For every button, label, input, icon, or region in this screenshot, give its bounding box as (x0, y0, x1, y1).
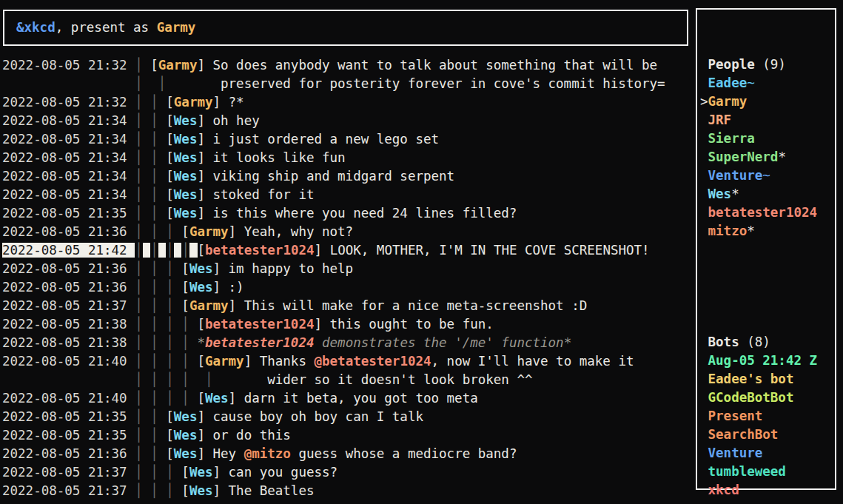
member-nick: tumbleweed (708, 464, 786, 479)
marker (700, 335, 708, 349)
member-nick: GCodeBotBot (708, 390, 794, 405)
timestamp: 2022-08-05 21:34 (2, 187, 135, 202)
nick-text: Wes (174, 169, 198, 184)
timestamp: 2022-08-05 21:38 (2, 317, 135, 332)
bots-item[interactable]: Venture (700, 444, 835, 463)
member-nick: betatester1024 (708, 205, 818, 220)
thread-rail: │ │ (135, 76, 221, 91)
message-text: [ (197, 391, 205, 406)
timestamp: 2022-08-05 21:40 (2, 354, 135, 369)
thread-rail: │ │ │ (135, 298, 181, 313)
chat-message-row[interactable]: 2022-08-05 21:32 │ [Garmy] So does anybo… (2, 56, 665, 75)
bots-item[interactable]: Present (700, 407, 835, 426)
message-text: [ (181, 465, 189, 480)
message-text: ] The Beatles (213, 483, 315, 498)
message-text: ] can you guess? (213, 465, 338, 480)
thread-rail: │ │ (135, 150, 166, 165)
active-marker (700, 372, 708, 386)
people-item[interactable]: JRF (700, 111, 835, 130)
chat-message-row[interactable]: 2022-08-05 21:36 │ │ [Wes] Hey @mitzo gu… (2, 445, 665, 463)
chat-message-row[interactable]: 2022-08-05 21:34 │ │ [Wes] it looks like… (2, 149, 665, 167)
nick-text: demonstrates the '/me' function* (314, 335, 571, 350)
people-item[interactable]: Sierra (700, 130, 835, 148)
message-text: ] LOOK, MOTHER, I'M IN THE COVE SCREENSH… (315, 243, 650, 258)
presence-label: , present as (56, 20, 157, 35)
bots-item[interactable]: tumbleweed (700, 463, 835, 481)
chat-message-row[interactable]: 2022-08-05 21:38 │ │ │ │ *betatester1024… (2, 334, 665, 352)
people-list: People (9) Eadee~>Garmy JRF Sierra Super… (700, 56, 835, 241)
active-marker (700, 131, 708, 146)
presence-suffix: ~ (762, 168, 770, 183)
selection-cell (143, 243, 151, 258)
bots-item[interactable]: xkcd (700, 481, 835, 500)
chat-message-row[interactable]: 2022-08-05 21:35 │ │ [Wes] cause boy oh … (2, 408, 665, 426)
message-text: [ (181, 298, 189, 313)
presence-suffix: * (731, 187, 739, 201)
people-item[interactable]: Venture~ (700, 167, 835, 185)
timestamp: 2022-08-05 21:35 (2, 206, 135, 221)
nick-text: Wes (189, 465, 213, 480)
chat-message-row[interactable]: 2022-08-05 21:37 │ │ │ [Garmy] This will… (2, 297, 665, 315)
chat-message-row-selected[interactable]: 2022-08-05 21:42 │ │ │ │ [betatester1024… (2, 241, 665, 260)
active-marker (700, 149, 708, 164)
message-text: ] im happy to help (213, 261, 354, 276)
chat-message-row[interactable]: 2022-08-05 21:34 │ │ [Wes] viking ship a… (2, 167, 665, 186)
chat-log[interactable]: 2022-08-05 21:32 │ [Garmy] So does anybo… (2, 56, 665, 500)
member-nick: JRF (708, 112, 732, 127)
chat-message-row[interactable]: 2022-08-05 21:35 │ │ [Wes] is this where… (2, 204, 665, 223)
presence-nick: Garmy (157, 20, 196, 35)
chat-message-row[interactable]: 2022-08-05 21:32 │ │ [Garmy] ?* (2, 93, 665, 112)
timestamp (2, 372, 135, 387)
people-item[interactable]: SuperNerd* (700, 148, 835, 167)
thread-rail: │ │ │ │ (135, 317, 197, 332)
nick-text: Garmy (158, 58, 198, 73)
message-text: [ (197, 317, 205, 332)
thread-rail: │ │ (135, 206, 166, 221)
people-item[interactable]: mitzo* (700, 222, 835, 241)
active-marker (700, 353, 708, 368)
nick-text: betatester1024 (205, 243, 315, 258)
nick-text: betatester1024 (205, 317, 315, 332)
chat-message-row[interactable]: 2022-08-05 21:34 │ │ [Wes] i just ordere… (2, 130, 665, 149)
chat-message-row[interactable]: │ │ │ │ │ wider so it doesn't look broke… (2, 371, 665, 389)
chat-message-row[interactable]: 2022-08-05 21:36 │ │ │ [Wes] :) (2, 278, 665, 297)
list-spacer (700, 278, 835, 296)
message-text: ] darn it beta, you got too meta (229, 391, 478, 406)
chat-message-row[interactable]: 2022-08-05 21:36 │ │ │ [Wes] im happy to… (2, 260, 665, 278)
message-text: ] ?* (213, 95, 244, 110)
chat-message-row[interactable]: 2022-08-05 21:38 │ │ │ │ [betatester1024… (2, 315, 665, 334)
thread-rail: │ (135, 58, 150, 73)
thread-rail: │ │ │ │ (135, 391, 197, 406)
message-text: ] :) (213, 280, 244, 295)
message-text: ] viking ship and midgard serpent (197, 169, 454, 184)
people-item[interactable]: >Garmy (700, 93, 835, 111)
timestamp: 2022-08-05 21:36 (2, 224, 135, 239)
bots-item[interactable]: Eadee's bot (700, 370, 835, 389)
nick-text: Wes (174, 150, 198, 165)
bots-item[interactable]: SearchBot (700, 426, 835, 444)
timestamp: 2022-08-05 21:37 (2, 298, 135, 313)
chat-message-row[interactable]: 2022-08-05 21:34 │ │ [Wes] stoked for it (2, 186, 665, 204)
active-marker (700, 446, 708, 460)
thread-rail: │ │ │ (135, 483, 181, 498)
message-text: [ (166, 206, 174, 221)
member-nick: Eadee's bot (708, 372, 794, 386)
member-nick: Venture (708, 168, 763, 183)
chat-message-row[interactable]: 2022-08-05 21:40 │ │ │ │ [Garmy] Thanks … (2, 352, 665, 371)
message-text: ] Yeah, why not? (229, 224, 354, 239)
bots-item[interactable]: Aug-05 21:42 Z (700, 352, 835, 370)
chat-message-row[interactable]: 2022-08-05 21:37 │ │ │ [Wes] can you gue… (2, 463, 665, 482)
chat-message-row[interactable]: 2022-08-05 21:34 │ │ [Wes] oh hey (2, 112, 665, 130)
people-item[interactable]: betatester1024 (700, 204, 835, 222)
chat-message-row[interactable]: │ │ preserved for posterity forever in c… (2, 75, 665, 93)
bots-count: (8) (739, 335, 770, 349)
chat-message-row[interactable]: 2022-08-05 21:35 │ │ [Wes] or do this (2, 426, 665, 445)
people-item[interactable]: Eadee~ (700, 74, 835, 93)
member-nick: Aug-05 21:42 Z (708, 353, 818, 368)
thread-rail: │ │ │ (135, 280, 181, 295)
people-item[interactable]: Wes* (700, 185, 835, 204)
chat-message-row[interactable]: 2022-08-05 21:40 │ │ │ │ [Wes] darn it b… (2, 389, 665, 408)
chat-message-row[interactable]: 2022-08-05 21:37 │ │ │ [Wes] The Beatles (2, 482, 665, 500)
bots-item[interactable]: GCodeBotBot (700, 389, 835, 407)
chat-message-row[interactable]: 2022-08-05 21:36 │ │ │ [Garmy] Yeah, why… (2, 223, 665, 241)
